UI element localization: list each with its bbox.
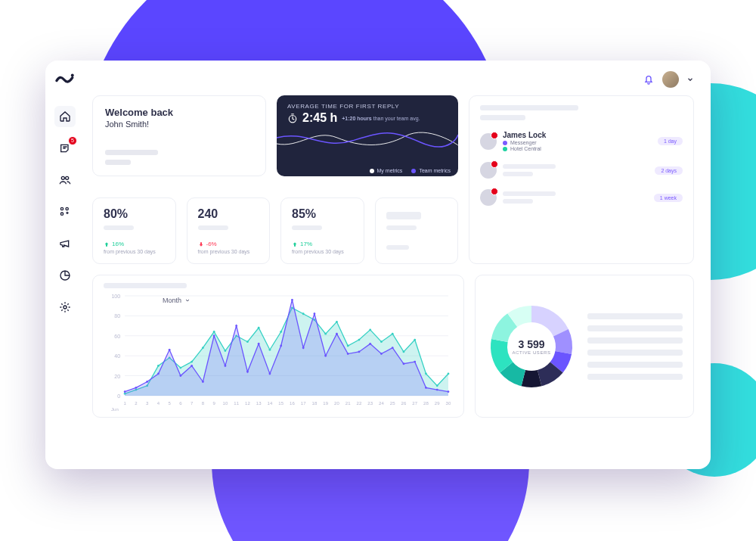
trend-chart: 1008060402001234567891011121314151617181… xyxy=(104,291,453,412)
kpi-trend: 17% xyxy=(292,241,353,247)
skeleton-line xyxy=(587,313,683,319)
chevron-down-icon xyxy=(184,297,191,303)
period-selector[interactable]: Month xyxy=(163,297,191,304)
avatar xyxy=(480,133,497,150)
svg-point-86 xyxy=(202,381,204,383)
skeleton-line xyxy=(503,164,556,169)
svg-text:2: 2 xyxy=(135,401,138,406)
svg-text:21: 21 xyxy=(345,401,351,406)
sidebar: 5 xyxy=(45,61,85,469)
nav-inbox[interactable]: 5 xyxy=(54,138,76,159)
svg-point-1 xyxy=(60,207,63,210)
svg-text:100: 100 xyxy=(111,294,120,299)
svg-text:80: 80 xyxy=(114,313,120,319)
queue-entry[interactable]: 2 days xyxy=(480,162,683,179)
svg-point-103 xyxy=(392,347,394,349)
nav-users[interactable] xyxy=(54,169,76,191)
svg-point-61 xyxy=(258,327,260,329)
svg-text:7: 7 xyxy=(191,401,194,406)
welcome-title: Welcome back xyxy=(105,107,253,118)
skeleton-line xyxy=(198,225,228,230)
svg-point-107 xyxy=(436,389,438,391)
svg-point-3 xyxy=(60,213,63,215)
home-icon xyxy=(59,110,71,123)
activity-queue-card: James Lock Messenger Hotel Central 1 day… xyxy=(469,95,694,264)
kpi-value: 240 xyxy=(198,207,259,221)
svg-point-95 xyxy=(302,347,305,349)
svg-text:29: 29 xyxy=(435,401,440,406)
svg-text:14: 14 xyxy=(268,401,273,406)
gear-icon xyxy=(59,301,71,313)
svg-point-68 xyxy=(336,321,338,323)
reply-delta: +1:20 hours than your team avg. xyxy=(342,116,420,121)
kpi-tile: 80% 16% from previous 30 days xyxy=(92,197,176,264)
kpi-compare: from previous 30 days xyxy=(104,249,165,254)
svg-text:27: 27 xyxy=(412,401,417,406)
svg-point-99 xyxy=(347,353,349,355)
svg-point-77 xyxy=(436,384,438,387)
topbar xyxy=(92,71,694,88)
svg-point-97 xyxy=(324,355,327,357)
svg-point-91 xyxy=(258,343,260,345)
svg-text:40: 40 xyxy=(114,353,120,359)
avatar[interactable] xyxy=(662,71,679,88)
bell-icon[interactable] xyxy=(643,73,655,86)
entry-place: Hotel Central xyxy=(503,146,652,151)
donut-chart: 3 599 ACTIVE USERS xyxy=(486,301,577,392)
entry-channel: Messenger xyxy=(503,140,652,145)
nav-analytics[interactable] xyxy=(54,265,76,286)
svg-text:22: 22 xyxy=(357,401,362,406)
chevron-down-icon[interactable] xyxy=(686,76,694,83)
svg-point-87 xyxy=(213,334,215,337)
skeleton-line xyxy=(587,374,683,380)
donut-value: 3 599 xyxy=(518,338,544,350)
svg-point-93 xyxy=(280,345,282,347)
svg-point-79 xyxy=(124,390,126,393)
queue-entry[interactable]: 1 week xyxy=(480,189,683,206)
skeleton-line xyxy=(480,115,525,120)
svg-text:Jun: Jun xyxy=(111,407,119,412)
skeleton-line xyxy=(587,337,683,344)
skeleton-line xyxy=(105,160,131,165)
svg-point-57 xyxy=(213,331,215,333)
queue-entry[interactable]: James Lock Messenger Hotel Central 1 day xyxy=(480,131,683,151)
welcome-card: Welcome back John Smith! xyxy=(92,95,266,176)
svg-point-78 xyxy=(448,373,450,375)
nav-settings[interactable] xyxy=(54,297,76,318)
nav-apps[interactable] xyxy=(54,201,76,222)
svg-text:28: 28 xyxy=(423,401,429,406)
nav-home[interactable] xyxy=(54,106,76,127)
skeleton-line xyxy=(587,362,683,368)
svg-point-88 xyxy=(224,365,226,367)
svg-text:3: 3 xyxy=(146,401,149,406)
svg-point-67 xyxy=(324,333,327,335)
svg-point-104 xyxy=(403,362,405,365)
svg-point-4 xyxy=(64,306,67,309)
svg-text:30: 30 xyxy=(446,401,451,406)
donut-label: ACTIVE USERS xyxy=(512,350,550,355)
svg-point-89 xyxy=(235,325,237,327)
svg-text:25: 25 xyxy=(390,401,395,406)
app-window: 5 Welcome back J xyxy=(45,61,711,469)
svg-text:9: 9 xyxy=(212,401,215,406)
arrow-up-icon xyxy=(292,241,298,247)
nav-announce[interactable] xyxy=(54,233,76,254)
svg-point-69 xyxy=(347,345,349,347)
skeleton-line xyxy=(587,325,683,331)
svg-point-108 xyxy=(448,390,450,393)
svg-point-0 xyxy=(71,74,74,77)
svg-text:17: 17 xyxy=(301,401,306,406)
skeleton-line xyxy=(386,245,409,250)
svg-point-96 xyxy=(314,312,316,315)
svg-text:20: 20 xyxy=(334,401,339,406)
svg-text:23: 23 xyxy=(367,401,373,406)
svg-point-81 xyxy=(146,381,148,383)
svg-point-83 xyxy=(169,349,171,351)
kpi-tile: 85% 17% from previous 30 days xyxy=(280,197,364,264)
kpi-compare: from previous 30 days xyxy=(292,249,353,254)
svg-text:6: 6 xyxy=(179,401,182,406)
skeleton-line xyxy=(503,199,533,204)
svg-text:15: 15 xyxy=(278,401,284,406)
stopwatch-icon xyxy=(287,113,298,123)
svg-text:20: 20 xyxy=(114,374,120,379)
